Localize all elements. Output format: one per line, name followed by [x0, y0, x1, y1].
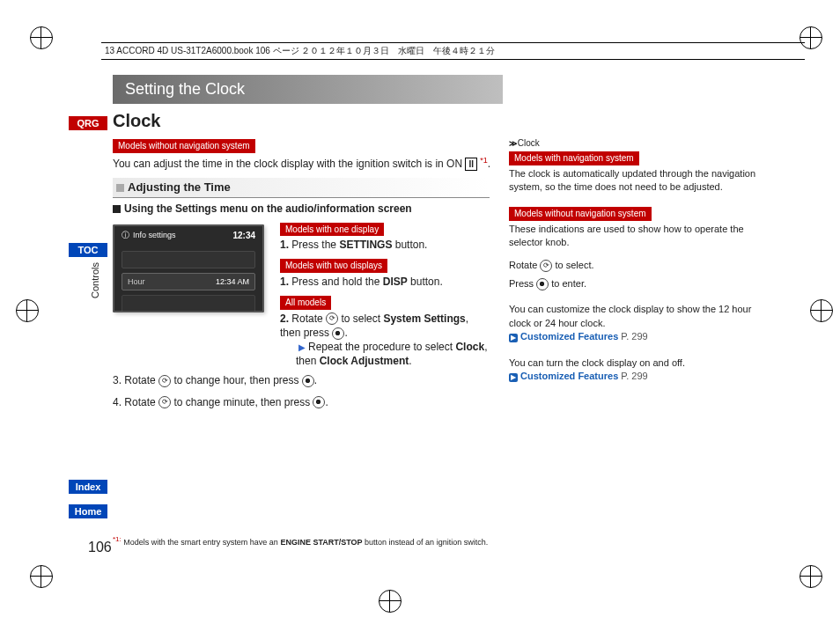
- step-1a-pre: Press the: [291, 239, 339, 251]
- step-1a-post: button.: [392, 239, 427, 251]
- registration-mark: [379, 590, 402, 613]
- side-rotate-a: Rotate: [509, 260, 540, 270]
- step-2-bold1: System Settings: [383, 312, 465, 325]
- step-3b: to change hour, then press: [171, 374, 302, 386]
- subheading-adjusting-time: Adjusting the Time: [113, 178, 490, 198]
- registration-mark: [16, 299, 39, 322]
- side-nav-text: The clock is automatically updated throu…: [509, 167, 760, 195]
- side-press-b: to enter.: [549, 278, 586, 289]
- tag-all-models: All models: [280, 296, 331, 310]
- side-info-column: ≫ Clock Models with navigation system Th…: [509, 137, 760, 383]
- nav-toc[interactable]: TOC: [69, 243, 107, 257]
- intro-text-a: You can adjust the time in the clock dis…: [113, 158, 465, 170]
- step-2-sub-d: Clock Adjustment: [320, 355, 409, 367]
- square-bullet-icon: [113, 205, 121, 213]
- main-left-column: Models without navigation system You can…: [113, 137, 491, 409]
- tag-one-display: Models with one display: [280, 223, 384, 237]
- rotate-knob-icon: ⟳: [326, 312, 338, 325]
- registration-mark: [810, 299, 833, 322]
- steps-block: Models with one display 1. Press the SET…: [280, 221, 491, 369]
- link-customized-features-2[interactable]: ▶Customized Features P. 299: [509, 370, 760, 383]
- triangle-bullet-icon: ▶: [298, 342, 306, 352]
- step-4a: Rotate: [124, 396, 158, 408]
- step-1b-pre: Press and hold the: [291, 276, 382, 288]
- footnote: *1: Models with the smart entry system h…: [113, 535, 729, 547]
- side-heading: ≫ Clock: [509, 137, 760, 150]
- step-4b: to change minute, then press: [171, 396, 313, 408]
- step-2b: to select: [338, 312, 383, 325]
- intro-text-b: .: [488, 158, 490, 170]
- step-1a-bold: SETTINGS: [339, 239, 392, 251]
- footnote-text-bold: ENGINE START/STOP: [280, 538, 362, 547]
- nav-qrg[interactable]: QRG: [69, 116, 107, 130]
- press-knob-icon: ⏺: [313, 396, 325, 408]
- side-rotate-b: to select.: [552, 260, 593, 270]
- instruction-heading: Using the Settings menu on the audio/inf…: [113, 202, 491, 216]
- tag-no-nav: Models without navigation system: [509, 207, 652, 221]
- step-1b-bold: DISP: [383, 276, 408, 288]
- page-number: 106: [88, 540, 112, 555]
- rotate-knob-icon: ⟳: [540, 260, 552, 272]
- screen-row-dim: [122, 251, 255, 268]
- step-1b-post: button.: [408, 276, 443, 288]
- section-title: Clock: [113, 111, 160, 131]
- screen-header: ⓘ Info settings: [122, 230, 176, 240]
- header-file-line: 13 ACCORD 4D US-31T2A6000.book 106 ページ ２…: [101, 42, 805, 60]
- step-3a: Rotate: [124, 374, 158, 386]
- tag-two-displays: Models with two displays: [280, 259, 387, 273]
- side-press-a: Press: [509, 278, 536, 289]
- tag-with-nav: Models with navigation system: [509, 151, 639, 165]
- registration-mark: [30, 26, 53, 49]
- press-knob-icon: ⏺: [536, 278, 549, 290]
- screen-clock: 12:34: [232, 230, 255, 242]
- screen-row-hour: Hour 12:34 AM: [122, 273, 255, 290]
- square-bullet-icon: [116, 184, 124, 192]
- step-2a: Rotate: [291, 312, 326, 325]
- press-knob-icon: ⏺: [302, 375, 314, 387]
- screen-row-dim: [122, 295, 255, 312]
- chevron-icon: ≫: [509, 139, 515, 148]
- footnote-text-a: Models with the smart entry system have …: [122, 538, 281, 547]
- manual-page: { "header_file": "13 ACCORD 4D US-31T2A6…: [0, 0, 840, 632]
- title-bar: Setting the Clock: [113, 75, 503, 104]
- step-2-sub-a: Repeat the procedure to select: [308, 341, 455, 353]
- link-customized-features-1[interactable]: ▶Customized Features P. 299: [509, 330, 760, 343]
- side-customize-text: You can customize the clock display to s…: [509, 303, 760, 330]
- registration-mark: [30, 565, 53, 588]
- section-tab-controls: Controls: [90, 262, 100, 298]
- info-icon: ⓘ: [122, 230, 129, 240]
- screen-title: Info settings: [133, 230, 176, 240]
- link-arrow-icon: ▶: [509, 334, 518, 342]
- screen-row-time: 12:34 AM: [216, 276, 249, 287]
- press-knob-icon: ⏺: [332, 327, 344, 340]
- side-onoff-text: You can turn the clock display on and of…: [509, 356, 760, 370]
- registration-mark: [799, 565, 822, 588]
- nav-index[interactable]: Index: [69, 480, 107, 494]
- nav-home[interactable]: Home: [69, 504, 107, 518]
- audio-screen-image: ⓘ Info settings 12:34 Hour 12:34 AM: [113, 224, 264, 312]
- step-2-sub-b: Clock: [455, 341, 484, 353]
- tag-no-nav: Models without navigation system: [113, 139, 255, 153]
- link-arrow-icon: ▶: [509, 373, 518, 382]
- rotate-knob-icon: ⟳: [158, 396, 171, 408]
- footnote-marker: *1:: [113, 535, 122, 543]
- ignition-on-icon: II: [465, 158, 477, 172]
- rotate-knob-icon: ⟳: [158, 375, 171, 387]
- side-no-nav-text: These indications are used to show how t…: [509, 223, 760, 250]
- screen-row-label: Hour: [128, 276, 145, 287]
- footnote-ref-1: *1: [480, 156, 488, 165]
- footnote-text-c: button instead of an ignition switch.: [363, 538, 489, 547]
- step-2-sub-e: .: [409, 355, 411, 367]
